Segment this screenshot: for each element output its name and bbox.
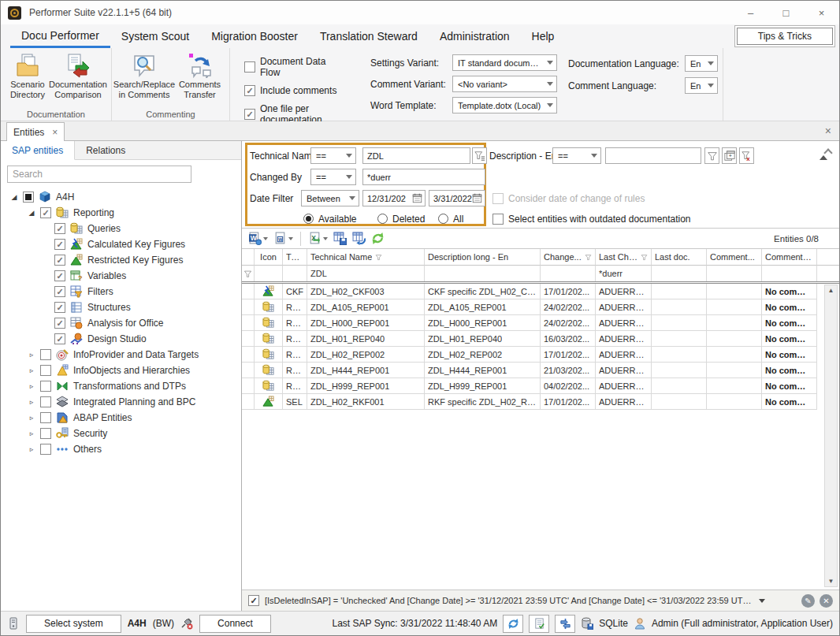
expander-icon[interactable]: ▹ (28, 382, 35, 390)
table-row[interactable]: REP ZDL_A105_REP001 ZDL_A105_REP001 24/0… (242, 299, 839, 315)
filter-cell-last-changed[interactable]: *duerr (596, 266, 652, 281)
scenario-directory-button[interactable]: Scenario Directory (6, 51, 50, 100)
column-header-comment-status[interactable]: Comment S... (762, 249, 817, 266)
tree-checkbox[interactable] (54, 302, 65, 313)
tree-item-others[interactable]: ▹ Others (1, 441, 241, 457)
chevron-down-icon[interactable] (759, 599, 765, 603)
tab-help[interactable]: Help (521, 24, 566, 48)
checkbox-document-data-flow[interactable]: Document Data Flow (244, 56, 344, 78)
filter-cell[interactable] (707, 266, 762, 281)
log-button[interactable] (529, 615, 549, 633)
tree-checkbox[interactable] (54, 286, 65, 297)
column-filter-icon[interactable] (585, 254, 592, 261)
column-header-comment[interactable]: Comment... (707, 249, 762, 266)
tree-checkbox[interactable] (54, 270, 65, 281)
comment-variant-combo[interactable]: <No variant> (452, 76, 557, 92)
expander-icon[interactable]: ◢ (28, 209, 35, 217)
tree-item-filters[interactable]: Filters (1, 284, 241, 299)
tree-checkbox[interactable] (40, 444, 51, 455)
column-header-type[interactable]: Type (283, 249, 307, 266)
tree-item-reporting[interactable]: ◢ Reporting (1, 205, 241, 221)
filter-cell[interactable] (652, 266, 707, 281)
sync-button[interactable] (503, 615, 523, 633)
tips-tricks-button[interactable]: Tips & Tricks (737, 28, 833, 45)
expander-icon[interactable]: ▹ (28, 398, 35, 406)
chevron-down-icon[interactable] (288, 237, 293, 240)
settings-variant-combo[interactable]: IT standard document... (452, 54, 557, 71)
filter-cell[interactable] (762, 266, 817, 281)
expander-icon[interactable]: ◢ (10, 193, 18, 201)
documentation-comparison-button[interactable]: Documentation Comparison (50, 51, 106, 100)
technical-name-input[interactable] (362, 147, 470, 164)
column-header-last-doc[interactable]: Last doc. (652, 249, 707, 266)
column-header-description[interactable]: Description long - En (425, 249, 541, 266)
expander-icon[interactable]: ▹ (28, 430, 35, 437)
table-row[interactable]: REP ZDL_H02_REP002 ZDL_H02_REP002 17/01/… (242, 347, 839, 363)
column-header-icon[interactable]: Icon (255, 249, 283, 266)
tab-entities[interactable]: Entities × (6, 122, 65, 141)
table-row[interactable]: REP ZDL_H01_REP040 ZDL_H01_REP040 16/03/… (242, 331, 839, 347)
close-panel-icon[interactable]: × (825, 125, 831, 137)
expression-checkbox[interactable] (248, 595, 259, 606)
scroll-up-icon[interactable]: ▲ (828, 287, 834, 294)
tree-item-transformations[interactable]: ▹ Transformations and DTPs (1, 378, 241, 394)
tree-item-integrated-planning[interactable]: ▹ Integrated Planning and BPC (1, 394, 241, 410)
comments-transfer-button[interactable]: Comments Transfer (175, 51, 225, 100)
filter-editor-button[interactable] (722, 147, 737, 164)
table-row[interactable]: SEL ZDL_H02_RKF001 RKF specific ZDL_H02_… (242, 394, 839, 410)
expander-icon[interactable]: ▹ (28, 351, 35, 359)
filter-cell[interactable] (283, 266, 307, 281)
export-word-button[interactable] (247, 230, 269, 247)
word-template-combo[interactable]: Template.dotx (Local) (452, 97, 557, 113)
column-header-change-date[interactable]: Change... (541, 249, 596, 266)
chevron-down-icon[interactable] (323, 237, 328, 240)
tree-checkbox[interactable] (54, 318, 65, 329)
checkbox-include-comments[interactable]: Include comments (244, 85, 344, 96)
filter-cell[interactable] (255, 266, 283, 281)
table-row[interactable]: REP ZDL_H000_REP001 ZDL_H000_REP001 24/0… (242, 315, 839, 331)
tree-item-variables[interactable]: Variables (1, 268, 241, 284)
date-filter-mode-combo[interactable]: Between (301, 190, 359, 206)
tree-checkbox[interactable] (40, 349, 51, 360)
tree-checkbox[interactable] (40, 207, 51, 218)
date-to-field[interactable]: 3/31/2022 (429, 190, 485, 206)
tree-item-a4h[interactable]: ◢ A4H (1, 189, 241, 205)
tab-translation-steward[interactable]: Translation Steward (309, 24, 429, 48)
outdated-docs-checkbox[interactable]: Select entities with outdated documentat… (492, 210, 690, 227)
column-filter-icon[interactable] (375, 254, 382, 261)
tree-item-structures[interactable]: Structures (1, 299, 241, 315)
tree-checkbox[interactable] (54, 223, 65, 234)
description-input[interactable] (605, 147, 701, 164)
search-input[interactable] (7, 166, 191, 183)
column-filter-icon[interactable] (641, 254, 648, 261)
tree-item-infoobjects[interactable]: ▹ InfoObjects and Hierarchies (1, 363, 241, 378)
tree-checkbox[interactable] (40, 381, 51, 392)
filter-cell-technical-name[interactable]: ZDL (307, 266, 425, 281)
tab-relations[interactable]: Relations (75, 141, 136, 159)
tree-checkbox[interactable] (54, 255, 65, 266)
tree-checkbox[interactable] (40, 428, 51, 439)
tree-checkbox[interactable] (54, 333, 65, 344)
collapse-filter-button[interactable] (820, 149, 827, 166)
tab-sap-entities[interactable]: SAP entities (1, 141, 75, 160)
radio-deleted[interactable]: Deleted (377, 210, 425, 227)
scroll-down-icon[interactable]: ▼ (828, 578, 834, 585)
tree-checkbox[interactable] (40, 412, 51, 423)
export-excel-button[interactable] (307, 230, 329, 247)
table-row[interactable]: REP ZDL_H444_REP001 ZDL_H444_REP001 21/0… (242, 363, 839, 378)
clear-filter-button[interactable] (739, 147, 754, 164)
search-replace-comments-button[interactable]: Search/Replace in Comments (117, 51, 172, 100)
load-grid-layout-button[interactable] (351, 230, 367, 247)
tree-checkbox[interactable] (40, 365, 51, 376)
apply-filter-button[interactable] (704, 147, 719, 164)
description-operator-combo[interactable]: == (552, 147, 601, 164)
chevron-down-icon[interactable] (263, 237, 268, 240)
expander-icon[interactable]: ▹ (28, 366, 35, 374)
tree-item-restricted-key-figures[interactable]: Restricted Key Figures (1, 252, 241, 268)
expander-icon[interactable]: ▹ (28, 414, 35, 422)
table-row[interactable]: REP ZDL_H999_REP001 ZDL_H999_REP001 04/0… (242, 378, 839, 394)
connect-button[interactable]: Connect (199, 615, 271, 633)
tree-item-queries[interactable]: Queries (1, 221, 241, 236)
tree-item-analysis-for-office[interactable]: Analysis for Office (1, 315, 241, 331)
minimize-button[interactable]: – (733, 1, 768, 24)
